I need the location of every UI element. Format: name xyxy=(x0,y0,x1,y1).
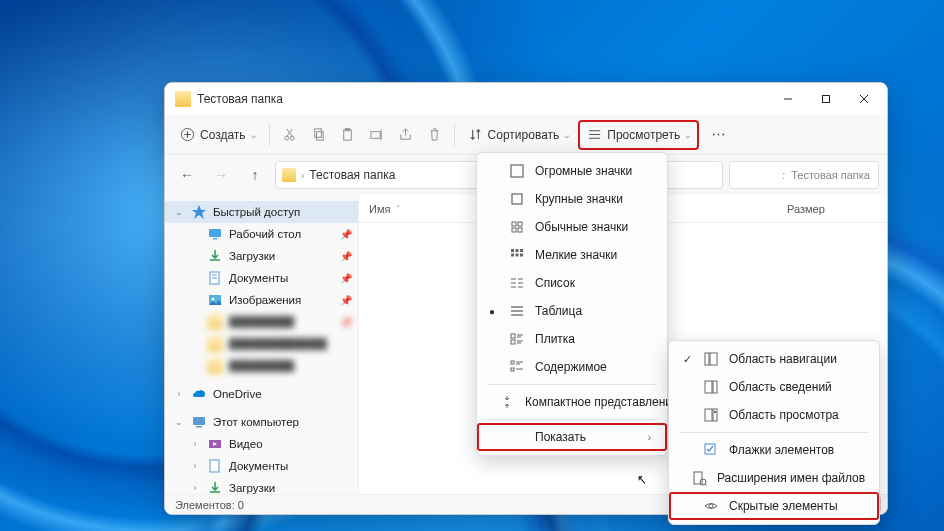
menu-item-list[interactable]: Список xyxy=(479,269,665,297)
svg-rect-63 xyxy=(511,340,515,344)
menu-item-extra-large-icons[interactable]: Огромные значки xyxy=(479,157,665,185)
chevron-right-icon: › xyxy=(648,432,651,443)
maximize-button[interactable] xyxy=(807,85,845,113)
chevron-down-icon: ⌵ xyxy=(251,130,256,140)
menu-item-nav-pane[interactable]: ✓Область навигации xyxy=(671,345,877,373)
back-button[interactable]: ← xyxy=(173,161,201,189)
paste-button[interactable] xyxy=(334,120,361,150)
more-button[interactable] xyxy=(705,120,732,150)
svg-rect-69 xyxy=(511,368,514,371)
svg-point-30 xyxy=(212,298,215,301)
svg-point-8 xyxy=(290,136,294,140)
svg-rect-11 xyxy=(314,129,321,137)
view-menu: Огромные значки Крупные значки Обычные з… xyxy=(476,152,668,456)
svg-rect-79 xyxy=(694,472,702,484)
svg-rect-39 xyxy=(511,165,523,177)
sidebar-item-pc-documents[interactable]: ›Документы xyxy=(165,455,358,477)
new-button[interactable]: Создать ⌵ xyxy=(173,120,263,150)
sidebar-item-redacted[interactable]: ████████████ xyxy=(165,333,358,355)
svg-rect-60 xyxy=(511,334,515,338)
share-button[interactable] xyxy=(392,120,419,150)
svg-rect-46 xyxy=(516,249,519,252)
menu-item-medium-icons[interactable]: Обычные значки xyxy=(479,213,665,241)
menu-item-small-icons[interactable]: Мелкие значки xyxy=(479,241,665,269)
svg-rect-35 xyxy=(210,460,219,472)
svg-rect-41 xyxy=(512,222,516,226)
sort-label: Сортировать xyxy=(488,128,560,142)
svg-rect-73 xyxy=(705,381,712,393)
svg-rect-74 xyxy=(713,381,717,393)
menu-item-details[interactable]: ●Таблица xyxy=(479,297,665,325)
sidebar-item-this-pc[interactable]: ⌄ Этот компьютер xyxy=(165,411,358,433)
menu-item-compact[interactable]: Компактное представление xyxy=(479,388,665,416)
svg-rect-72 xyxy=(710,353,717,365)
forward-button[interactable]: → xyxy=(207,161,235,189)
svg-rect-66 xyxy=(511,361,514,364)
folder-icon xyxy=(282,168,296,182)
show-submenu: ✓Область навигации Область сведений Обла… xyxy=(668,340,880,525)
menu-item-hidden-items[interactable]: Скрытые элементы xyxy=(669,492,879,520)
up-button[interactable]: ↑ xyxy=(241,161,269,189)
menu-item-show[interactable]: Показать› xyxy=(477,423,667,451)
svg-rect-15 xyxy=(370,132,379,139)
menu-item-checkboxes[interactable]: Флажки элементов xyxy=(671,436,877,464)
sort-button[interactable]: Сортировать ⌵ xyxy=(461,120,577,150)
close-button[interactable] xyxy=(845,85,883,113)
minimize-button[interactable] xyxy=(769,85,807,113)
breadcrumb: Тестовая папка xyxy=(309,168,395,182)
svg-point-7 xyxy=(284,136,288,140)
delete-button[interactable] xyxy=(421,120,448,150)
svg-rect-71 xyxy=(705,353,709,365)
svg-rect-75 xyxy=(705,409,712,421)
svg-rect-40 xyxy=(512,194,522,204)
cursor-icon: ↖ xyxy=(637,472,647,487)
svg-rect-76 xyxy=(713,409,717,421)
sidebar-item-quick-access[interactable]: ⌄ Быстрый доступ xyxy=(165,201,358,223)
svg-rect-12 xyxy=(316,132,323,140)
svg-rect-1 xyxy=(823,96,830,103)
sidebar-item-redacted[interactable]: ████████📌 xyxy=(165,311,358,333)
svg-line-81 xyxy=(705,484,707,486)
svg-rect-49 xyxy=(516,254,519,257)
sidebar-item-downloads[interactable]: Загрузки 📌 xyxy=(165,245,358,267)
new-label: Создать xyxy=(200,128,246,142)
chevron-down-icon: ⌵ xyxy=(685,130,690,140)
svg-marker-23 xyxy=(192,205,206,219)
menu-item-content[interactable]: Содержимое xyxy=(479,353,665,381)
menu-item-extensions[interactable]: Расширения имен файлов xyxy=(671,464,877,492)
column-header-size[interactable]: Размер xyxy=(777,203,887,215)
svg-rect-24 xyxy=(209,229,221,237)
cut-button[interactable] xyxy=(276,120,303,150)
svg-point-22 xyxy=(722,134,724,136)
svg-rect-42 xyxy=(518,222,522,226)
sidebar-item-onedrive[interactable]: › OneDrive xyxy=(165,383,358,405)
folder-icon xyxy=(175,91,191,107)
sidebar-item-desktop[interactable]: Рабочий стол 📌 xyxy=(165,223,358,245)
sidebar-item-documents[interactable]: Документы 📌 xyxy=(165,267,358,289)
search-input[interactable]: : Тестовая папка xyxy=(729,161,879,189)
menu-item-details-pane[interactable]: Область сведений xyxy=(671,373,877,401)
rename-button[interactable] xyxy=(363,120,390,150)
svg-point-82 xyxy=(709,504,713,508)
svg-point-21 xyxy=(718,134,720,136)
sidebar-item-videos[interactable]: ›Видео xyxy=(165,433,358,455)
svg-rect-25 xyxy=(213,238,217,240)
svg-point-20 xyxy=(713,134,715,136)
sidebar-item-pictures[interactable]: Изображения 📌 xyxy=(165,289,358,311)
pin-icon: 📌 xyxy=(340,273,352,284)
svg-rect-43 xyxy=(512,228,516,232)
menu-item-large-icons[interactable]: Крупные значки xyxy=(479,185,665,213)
view-button[interactable]: Просмотреть ⌵ xyxy=(578,120,699,150)
copy-button[interactable] xyxy=(305,120,332,150)
pin-icon: 📌 xyxy=(340,229,352,240)
window-title: Тестовая папка xyxy=(197,92,769,106)
menu-item-preview-pane[interactable]: Область просмотра xyxy=(671,401,877,429)
item-count: Элементов: 0 xyxy=(175,499,244,511)
toolbar: Создать ⌵ Сортировать ⌵ Просмотреть ⌵ xyxy=(165,115,887,155)
sidebar-item-redacted[interactable]: ████████ xyxy=(165,355,358,377)
title-bar: Тестовая папка xyxy=(165,83,887,115)
svg-rect-47 xyxy=(520,249,523,252)
svg-rect-44 xyxy=(518,228,522,232)
svg-rect-13 xyxy=(343,130,351,140)
menu-item-tiles[interactable]: Плитка xyxy=(479,325,665,353)
